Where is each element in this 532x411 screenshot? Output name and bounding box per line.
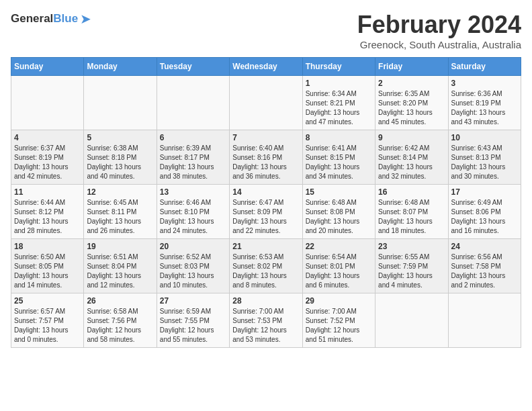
calendar-cell: 21Sunrise: 6:53 AM Sunset: 8:02 PM Dayli…	[230, 239, 302, 293]
day-detail: Sunrise: 7:00 AM Sunset: 7:52 PM Dayligh…	[306, 307, 372, 345]
calendar-cell: 10Sunrise: 6:43 AM Sunset: 8:13 PM Dayli…	[448, 130, 521, 185]
day-detail: Sunrise: 6:43 AM Sunset: 8:13 PM Dayligh…	[451, 144, 518, 181]
day-number: 16	[378, 187, 445, 197]
calendar-cell: 27Sunrise: 6:59 AM Sunset: 7:55 PM Dayli…	[157, 293, 229, 348]
day-number: 17	[451, 187, 518, 197]
day-number: 26	[87, 296, 153, 306]
day-detail: Sunrise: 7:00 AM Sunset: 7:53 PM Dayligh…	[232, 307, 299, 345]
calendar-cell: 9Sunrise: 6:42 AM Sunset: 8:14 PM Daylig…	[375, 130, 448, 185]
day-number: 1	[306, 79, 372, 88]
page-subtitle: Greenock, South Australia, Australia	[357, 39, 521, 50]
day-number: 15	[306, 187, 372, 197]
calendar-cell: 5Sunrise: 6:38 AM Sunset: 8:18 PM Daylig…	[84, 130, 157, 185]
calendar-header-tuesday: Tuesday	[157, 58, 229, 76]
calendar-week-row: 1Sunrise: 6:34 AM Sunset: 8:21 PM Daylig…	[11, 76, 521, 130]
day-number: 12	[87, 187, 153, 197]
day-detail: Sunrise: 6:52 AM Sunset: 8:03 PM Dayligh…	[160, 253, 226, 290]
calendar-cell	[84, 76, 157, 130]
calendar-week-row: 11Sunrise: 6:44 AM Sunset: 8:12 PM Dayli…	[11, 185, 521, 239]
day-detail: Sunrise: 6:57 AM Sunset: 7:57 PM Dayligh…	[14, 307, 81, 345]
calendar-cell: 26Sunrise: 6:58 AM Sunset: 7:56 PM Dayli…	[84, 293, 157, 348]
calendar-header-thursday: Thursday	[302, 58, 375, 76]
day-detail: Sunrise: 6:34 AM Sunset: 8:21 PM Dayligh…	[306, 89, 372, 127]
calendar-cell: 14Sunrise: 6:47 AM Sunset: 8:09 PM Dayli…	[230, 185, 302, 239]
day-detail: Sunrise: 6:39 AM Sunset: 8:17 PM Dayligh…	[160, 144, 226, 181]
day-detail: Sunrise: 6:54 AM Sunset: 8:01 PM Dayligh…	[306, 253, 372, 290]
day-number: 6	[160, 133, 226, 142]
calendar-cell	[230, 76, 302, 130]
calendar-cell: 25Sunrise: 6:57 AM Sunset: 7:57 PM Dayli…	[11, 293, 84, 348]
day-detail: Sunrise: 6:56 AM Sunset: 7:58 PM Dayligh…	[451, 253, 518, 290]
calendar-cell: 23Sunrise: 6:55 AM Sunset: 7:59 PM Dayli…	[375, 239, 448, 293]
day-number: 24	[451, 242, 518, 251]
day-detail: Sunrise: 6:59 AM Sunset: 7:55 PM Dayligh…	[160, 307, 226, 345]
calendar-header-sunday: Sunday	[11, 58, 84, 76]
calendar-table: SundayMondayTuesdayWednesdayThursdayFrid…	[11, 57, 521, 348]
day-detail: Sunrise: 6:47 AM Sunset: 8:09 PM Dayligh…	[232, 198, 299, 236]
calendar-cell: 1Sunrise: 6:34 AM Sunset: 8:21 PM Daylig…	[302, 76, 375, 130]
header: General Blue ➤ February 2024 Greenock, S…	[11, 11, 521, 50]
day-detail: Sunrise: 6:51 AM Sunset: 8:04 PM Dayligh…	[87, 253, 153, 290]
day-number: 28	[232, 296, 299, 306]
day-detail: Sunrise: 6:50 AM Sunset: 8:05 PM Dayligh…	[14, 253, 81, 290]
calendar-cell: 17Sunrise: 6:49 AM Sunset: 8:06 PM Dayli…	[448, 185, 521, 239]
logo-blue: Blue	[53, 12, 78, 26]
day-number: 13	[160, 187, 226, 197]
page-title: February 2024	[357, 11, 521, 39]
day-number: 5	[87, 133, 153, 142]
logo-general: General	[11, 12, 53, 26]
calendar-week-row: 25Sunrise: 6:57 AM Sunset: 7:57 PM Dayli…	[11, 293, 521, 348]
day-number: 4	[14, 133, 81, 142]
calendar-week-row: 4Sunrise: 6:37 AM Sunset: 8:19 PM Daylig…	[11, 130, 521, 185]
day-number: 2	[378, 79, 445, 88]
title-area: February 2024 Greenock, South Australia,…	[357, 11, 521, 50]
day-detail: Sunrise: 6:58 AM Sunset: 7:56 PM Dayligh…	[87, 307, 153, 345]
calendar-header-row: SundayMondayTuesdayWednesdayThursdayFrid…	[11, 58, 521, 76]
day-detail: Sunrise: 6:45 AM Sunset: 8:11 PM Dayligh…	[87, 198, 153, 236]
calendar-cell	[448, 293, 521, 348]
calendar-cell: 22Sunrise: 6:54 AM Sunset: 8:01 PM Dayli…	[302, 239, 375, 293]
calendar-cell: 20Sunrise: 6:52 AM Sunset: 8:03 PM Dayli…	[157, 239, 229, 293]
calendar-cell: 19Sunrise: 6:51 AM Sunset: 8:04 PM Dayli…	[84, 239, 157, 293]
day-detail: Sunrise: 6:49 AM Sunset: 8:06 PM Dayligh…	[451, 198, 518, 236]
day-detail: Sunrise: 6:55 AM Sunset: 7:59 PM Dayligh…	[378, 253, 445, 290]
day-number: 3	[451, 79, 518, 88]
calendar-cell	[157, 76, 229, 130]
day-number: 20	[160, 242, 226, 251]
day-detail: Sunrise: 6:41 AM Sunset: 8:15 PM Dayligh…	[306, 144, 372, 181]
day-number: 19	[87, 242, 153, 251]
day-detail: Sunrise: 6:53 AM Sunset: 8:02 PM Dayligh…	[232, 253, 299, 290]
day-number: 10	[451, 133, 518, 142]
calendar-cell: 15Sunrise: 6:48 AM Sunset: 8:08 PM Dayli…	[302, 185, 375, 239]
calendar-week-row: 18Sunrise: 6:50 AM Sunset: 8:05 PM Dayli…	[11, 239, 521, 293]
day-detail: Sunrise: 6:40 AM Sunset: 8:16 PM Dayligh…	[232, 144, 299, 181]
day-number: 23	[378, 242, 445, 251]
day-detail: Sunrise: 6:42 AM Sunset: 8:14 PM Dayligh…	[378, 144, 445, 181]
calendar-cell: 24Sunrise: 6:56 AM Sunset: 7:58 PM Dayli…	[448, 239, 521, 293]
day-number: 7	[232, 133, 299, 142]
day-number: 11	[14, 187, 81, 197]
day-number: 14	[232, 187, 299, 197]
day-detail: Sunrise: 6:44 AM Sunset: 8:12 PM Dayligh…	[14, 198, 81, 236]
calendar-cell: 3Sunrise: 6:36 AM Sunset: 8:19 PM Daylig…	[448, 76, 521, 130]
calendar-cell: 13Sunrise: 6:46 AM Sunset: 8:10 PM Dayli…	[157, 185, 229, 239]
day-number: 9	[378, 133, 445, 142]
day-detail: Sunrise: 6:36 AM Sunset: 8:19 PM Dayligh…	[451, 89, 518, 127]
day-detail: Sunrise: 6:48 AM Sunset: 8:08 PM Dayligh…	[306, 198, 372, 236]
day-detail: Sunrise: 6:35 AM Sunset: 8:20 PM Dayligh…	[378, 89, 445, 127]
calendar-header-wednesday: Wednesday	[230, 58, 302, 76]
calendar-cell: 16Sunrise: 6:48 AM Sunset: 8:07 PM Dayli…	[375, 185, 448, 239]
calendar-cell: 11Sunrise: 6:44 AM Sunset: 8:12 PM Dayli…	[11, 185, 84, 239]
calendar-cell: 18Sunrise: 6:50 AM Sunset: 8:05 PM Dayli…	[11, 239, 84, 293]
calendar-cell: 8Sunrise: 6:41 AM Sunset: 8:15 PM Daylig…	[302, 130, 375, 185]
day-number: 18	[14, 242, 81, 251]
calendar-cell	[375, 293, 448, 348]
day-detail: Sunrise: 6:38 AM Sunset: 8:18 PM Dayligh…	[87, 144, 153, 181]
day-number: 29	[306, 296, 372, 306]
day-detail: Sunrise: 6:46 AM Sunset: 8:10 PM Dayligh…	[160, 198, 226, 236]
calendar-header-friday: Friday	[375, 58, 448, 76]
calendar-cell: 12Sunrise: 6:45 AM Sunset: 8:11 PM Dayli…	[84, 185, 157, 239]
day-detail: Sunrise: 6:48 AM Sunset: 8:07 PM Dayligh…	[378, 198, 445, 236]
calendar-header-saturday: Saturday	[448, 58, 521, 76]
logo: General Blue ➤	[11, 11, 91, 27]
